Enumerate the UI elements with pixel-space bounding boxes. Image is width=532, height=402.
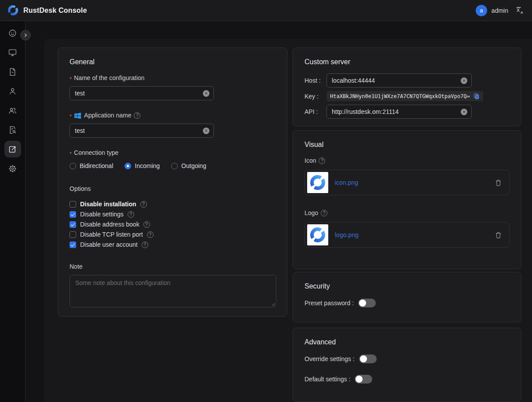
connection-type-group: Bidirectional Incoming Outgoing — [70, 162, 275, 169]
user-icon — [8, 87, 17, 96]
trash-icon[interactable] — [495, 231, 502, 239]
help-icon[interactable]: ? — [142, 241, 148, 248]
application-name-label: * Application name ? — [70, 112, 275, 119]
required-marker: * — [70, 150, 72, 157]
help-icon[interactable]: ? — [143, 221, 150, 228]
radio-outgoing[interactable]: Outgoing — [171, 162, 206, 169]
option-disable-settings: Disable settings ? — [70, 211, 275, 218]
radio-circle[interactable] — [70, 163, 76, 169]
clear-icon[interactable]: × — [461, 109, 467, 115]
icon-thumbnail — [307, 172, 328, 193]
sidebar-item-groups[interactable] — [4, 102, 21, 119]
api-label: API : — [305, 108, 327, 115]
sidebar-item-custom-clients[interactable] — [4, 141, 21, 157]
sidebar-expand-button[interactable] — [20, 30, 31, 40]
connection-type-label: * Connection type — [70, 149, 275, 157]
option-disable-user-account: Disable user account ? — [70, 241, 275, 248]
security-card: Security Preset password : — [293, 272, 521, 322]
host-input[interactable] — [332, 77, 458, 84]
options-label: Options — [70, 185, 275, 193]
logo-upload-label: Logo ? — [305, 209, 510, 217]
user-avatar[interactable]: a — [476, 5, 487, 16]
advanced-title: Advanced — [305, 337, 510, 347]
help-icon[interactable]: ? — [134, 112, 140, 119]
user-name[interactable]: admin — [492, 7, 508, 14]
key-code: HtaXBkJNHyn0e1U1jWXze7A7CN7QTGWqxkOtpaVp… — [327, 91, 483, 101]
preset-password-toggle[interactable] — [358, 299, 376, 307]
custom-server-card: Custom server Host : × Key : HtaXBkJNHy — [293, 48, 521, 126]
override-settings-label: Override settings : — [305, 355, 355, 362]
disable-installation-checkbox[interactable] — [70, 201, 76, 208]
sidebar-item-users[interactable] — [4, 83, 21, 99]
disable-user-account-checkbox[interactable] — [70, 241, 76, 248]
preset-password-row: Preset password : — [305, 299, 510, 307]
sidebar-item-custom-client-logs[interactable] — [4, 121, 21, 138]
main-panel: General * Name of the configuration × * — [44, 39, 532, 402]
content-background: General * Name of the configuration × * — [26, 21, 532, 402]
default-settings-toggle[interactable] — [355, 375, 372, 384]
resize-handle[interactable] — [271, 302, 275, 306]
config-name-label: * Name of the configuration — [70, 74, 275, 82]
rustdesk-console-screen: RustDesk Console a admin X A — [0, 0, 532, 402]
audit-log-icon — [8, 125, 17, 135]
override-settings-toggle[interactable] — [359, 354, 377, 363]
trash-icon[interactable] — [495, 179, 502, 186]
icon-upload-row: icon.png — [305, 170, 510, 195]
rustdesk-logo-icon — [309, 226, 327, 244]
help-icon[interactable]: ? — [128, 211, 134, 218]
application-name-input[interactable] — [75, 127, 200, 134]
general-title: General — [70, 57, 275, 67]
sidebar-item-home[interactable] — [4, 25, 21, 41]
avatar-letter: a — [480, 7, 483, 14]
help-icon[interactable]: ? — [147, 231, 154, 238]
note-field — [70, 275, 276, 307]
option-disable-tcp-listen-port: Disable TCP listen port ? — [70, 231, 275, 238]
windows-icon — [74, 112, 81, 119]
smiley-icon — [8, 29, 17, 38]
header: RustDesk Console a admin X A — [0, 0, 532, 21]
option-disable-installation: Disable installation ? — [70, 201, 275, 208]
help-icon[interactable]: ? — [321, 210, 327, 216]
api-row: API : × — [305, 105, 510, 119]
clear-icon[interactable]: × — [203, 128, 209, 134]
logo-thumbnail — [307, 224, 328, 245]
general-card: General * Name of the configuration × * — [58, 48, 287, 317]
host-label: Host : — [305, 77, 327, 84]
logo-file-link[interactable]: logo.png — [335, 231, 359, 238]
disable-tcp-listen-port-checkbox[interactable] — [70, 231, 76, 238]
config-name-input[interactable] — [75, 90, 200, 97]
custom-server-title: Custom server — [305, 57, 510, 67]
default-settings-label: Default settings : — [305, 376, 350, 383]
radio-incoming[interactable]: Incoming — [125, 162, 160, 169]
key-label: Key : — [305, 93, 327, 100]
override-settings-row: Override settings : — [305, 354, 510, 363]
visual-card: Visual Icon ? icon.png — [293, 130, 521, 269]
disable-address-book-checkbox[interactable] — [70, 221, 76, 228]
help-icon[interactable]: ? — [140, 201, 147, 208]
host-row: Host : × — [305, 73, 510, 88]
visual-title: Visual — [305, 139, 510, 150]
radio-circle[interactable] — [171, 163, 178, 169]
clear-icon[interactable]: × — [203, 90, 209, 97]
disable-settings-checkbox[interactable] — [70, 211, 76, 218]
app-title: RustDesk Console — [23, 7, 87, 15]
sidebar — [0, 21, 26, 402]
chevron-right-icon — [23, 33, 28, 38]
sidebar-item-settings[interactable] — [4, 160, 21, 177]
monitor-icon — [8, 48, 17, 57]
radio-circle[interactable] — [125, 163, 131, 169]
required-marker: * — [70, 113, 72, 120]
default-settings-row: Default settings : — [305, 375, 510, 384]
logo-upload-row: logo.png — [305, 222, 510, 248]
svg-text:A: A — [520, 11, 523, 15]
api-input[interactable] — [332, 108, 458, 115]
radio-bidirectional[interactable]: Bidirectional — [70, 162, 113, 169]
note-textarea[interactable] — [70, 275, 276, 307]
help-icon[interactable]: ? — [319, 157, 325, 164]
clear-icon[interactable]: × — [461, 77, 467, 84]
icon-file-link[interactable]: icon.png — [335, 179, 358, 186]
sidebar-item-audits[interactable] — [4, 63, 21, 80]
copy-icon[interactable] — [473, 93, 480, 99]
language-translate-icon[interactable]: X A — [514, 5, 525, 16]
sidebar-item-devices[interactable] — [4, 44, 21, 61]
